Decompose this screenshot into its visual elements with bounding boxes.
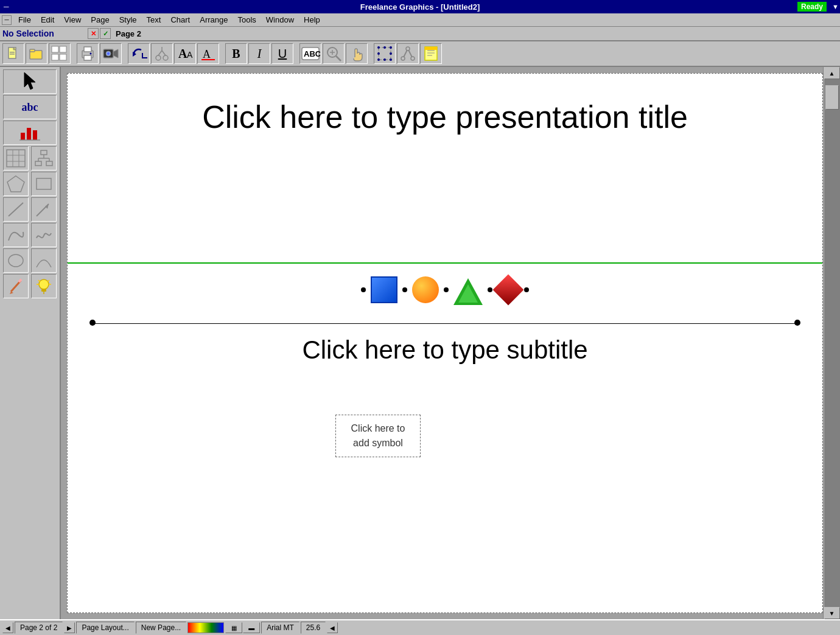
left-toolbar: abc <box>0 67 61 619</box>
red-diamond-shape[interactable] <box>493 275 524 306</box>
bullet-dot-5 <box>524 287 529 292</box>
bottom-nav-left[interactable]: ◀ <box>2 622 13 633</box>
svg-rect-34 <box>379 47 391 60</box>
menu-chart[interactable]: Chart <box>166 14 195 26</box>
edit-points-button[interactable] <box>397 43 419 64</box>
movie-button[interactable] <box>100 43 122 64</box>
arrow-row <box>3 69 57 94</box>
arc-tool-button[interactable] <box>31 248 57 273</box>
lightbulb-button[interactable] <box>31 274 57 298</box>
pencil-tool-button[interactable] <box>3 274 29 298</box>
chart-row <box>3 121 57 145</box>
svg-point-13 <box>90 53 92 55</box>
bold-button[interactable]: B <box>225 43 247 64</box>
main-toolbar: AA A B I U ABC <box>0 41 840 67</box>
svg-point-39 <box>390 52 392 55</box>
cancel-button[interactable]: ✕ <box>88 28 99 39</box>
view-btn-1[interactable]: ▦ <box>225 622 242 633</box>
select-object-button[interactable] <box>374 43 396 64</box>
menu-edit[interactable]: Edit <box>36 14 59 26</box>
ellipse-tool-button[interactable] <box>3 248 29 273</box>
cut-button[interactable] <box>151 43 173 64</box>
svg-point-35 <box>377 46 380 49</box>
system-icon[interactable]: ─ <box>4 2 9 11</box>
confirm-button[interactable]: ✓ <box>100 28 111 39</box>
new-file-button[interactable] <box>2 43 24 64</box>
menu-tools[interactable]: Tools <box>233 14 261 26</box>
new-page-button[interactable]: New Page... <box>136 622 186 634</box>
title-scroll-btn[interactable]: ▼ <box>832 3 839 10</box>
svg-marker-15 <box>113 49 118 58</box>
italic-button[interactable]: I <box>248 43 270 64</box>
svg-text:ABC: ABC <box>304 49 320 58</box>
svg-rect-50 <box>425 47 437 50</box>
menu-window[interactable]: Window <box>261 14 299 26</box>
svg-rect-62 <box>35 161 41 166</box>
scroll-up-button[interactable]: ▲ <box>824 67 840 79</box>
underline-button[interactable]: U <box>271 43 293 64</box>
svg-point-44 <box>401 57 405 60</box>
scroll-thumb[interactable] <box>825 85 839 110</box>
slide-canvas[interactable]: Click here to type presentation title <box>67 73 823 613</box>
font-style-button[interactable]: A <box>197 43 219 64</box>
line-endpoint-right <box>794 320 800 326</box>
polygon-tool-button[interactable] <box>3 172 29 196</box>
undo-button[interactable] <box>128 43 150 64</box>
zoom-level: 25.6 <box>301 622 326 634</box>
menu-page[interactable]: Page <box>86 14 114 26</box>
menu-view[interactable]: View <box>59 14 86 26</box>
svg-rect-6 <box>52 46 58 52</box>
scroll-track[interactable] <box>824 79 840 607</box>
scroll-left-btn[interactable]: ◀ <box>327 622 338 633</box>
menu-help[interactable]: Help <box>299 14 325 26</box>
symbol-placeholder[interactable]: Click here to add symbol <box>335 415 421 457</box>
print-button[interactable] <box>77 43 99 64</box>
table-tool-button[interactable] <box>3 146 29 170</box>
svg-rect-53 <box>27 128 31 140</box>
bullet-dot-4 <box>488 287 492 292</box>
spell-check-button[interactable]: ABC <box>299 43 321 64</box>
svg-rect-11 <box>84 47 91 52</box>
open-file-button[interactable] <box>26 43 47 64</box>
freehand-button[interactable] <box>31 223 57 247</box>
slide-subtitle-placeholder[interactable]: Click here to type subtitle <box>104 335 786 365</box>
font-button[interactable]: AA <box>174 43 196 64</box>
org-chart-button[interactable] <box>31 146 57 170</box>
orange-circle-shape[interactable] <box>412 276 439 303</box>
menu-file[interactable]: File <box>13 14 36 26</box>
chart-tool-button[interactable] <box>3 121 57 145</box>
view-btn-2[interactable]: ▬ <box>243 622 260 633</box>
svg-point-40 <box>377 58 380 61</box>
smartmaster-button[interactable] <box>420 43 442 64</box>
blue-square-shape[interactable] <box>371 276 397 303</box>
slide-title-placeholder[interactable]: Click here to type presentation title <box>104 98 786 136</box>
view-buttons: ▦ ▬ <box>225 622 260 633</box>
font-name: Arial MT <box>261 622 299 634</box>
line-tool-button[interactable] <box>3 197 29 222</box>
text-row: abc <box>3 95 57 119</box>
text-tool-button[interactable]: abc <box>3 95 57 119</box>
red-diamond-container <box>497 275 519 305</box>
app-title: Freelance Graphics - [Untitled2] <box>360 2 480 12</box>
svg-rect-56 <box>7 150 25 167</box>
menu-style[interactable]: Style <box>114 14 142 26</box>
arrow-tool-button[interactable] <box>3 69 57 94</box>
scroll-down-button[interactable]: ▼ <box>824 607 840 619</box>
color-swatch[interactable] <box>187 622 224 633</box>
slide-sorter-button[interactable] <box>49 43 71 64</box>
green-triangle-shape[interactable] <box>453 278 483 305</box>
zoom-button[interactable] <box>323 43 345 64</box>
bottom-nav-right[interactable]: ▶ <box>64 622 75 633</box>
layout-button[interactable]: Page Layout... <box>76 622 134 634</box>
menu-arrange[interactable]: Arrange <box>195 14 233 26</box>
hand-tool-button[interactable] <box>346 43 368 64</box>
rect-tool-button[interactable] <box>31 172 57 196</box>
svg-line-82 <box>38 280 40 282</box>
svg-marker-75 <box>10 292 13 294</box>
arrow-line-button[interactable] <box>31 197 57 222</box>
svg-rect-9 <box>60 54 66 60</box>
menu-text[interactable]: Text <box>142 14 166 26</box>
menu-system-icon[interactable]: ─ <box>2 15 12 25</box>
curve-tool-button[interactable] <box>3 223 29 247</box>
pencil-lightbulb-row <box>3 274 57 298</box>
